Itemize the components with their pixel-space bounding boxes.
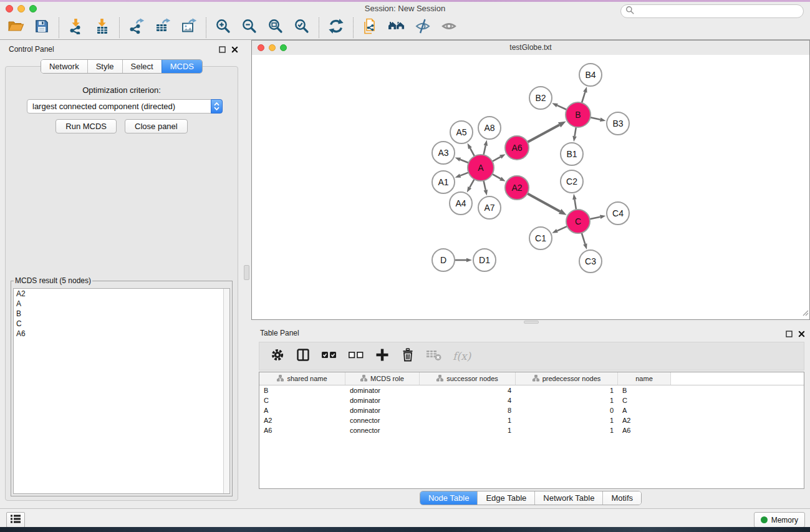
close-panel-icon[interactable] — [231, 44, 238, 56]
close-window-button[interactable] — [6, 5, 13, 12]
hide-annotations-button[interactable] — [410, 17, 436, 38]
mcds-result-list[interactable]: A2ABCA6 — [13, 288, 230, 494]
tab-mcds[interactable]: MCDS — [162, 60, 202, 73]
table-cell[interactable]: 1 — [420, 425, 516, 435]
column-header-shared-name[interactable]: shared name — [259, 372, 345, 385]
tab-edge-table[interactable]: Edge Table — [477, 491, 534, 505]
graph-node-C[interactable]: C — [566, 210, 590, 233]
graph-node-D1[interactable]: D1 — [473, 249, 496, 271]
table-cell[interactable]: A — [618, 405, 671, 415]
zoom-fit-button[interactable] — [263, 17, 289, 38]
horizontal-splitter-grip[interactable] — [524, 321, 539, 324]
table-cell[interactable]: dominator — [345, 385, 420, 395]
tab-node-table[interactable]: Node Table — [420, 491, 478, 505]
mcds-list-scrollbar[interactable] — [223, 289, 229, 493]
maximize-window-button[interactable] — [29, 5, 37, 12]
graph-node-A6[interactable]: A6 — [505, 136, 529, 160]
graph-edge-C-C4[interactable] — [589, 215, 606, 220]
minimize-window-button[interactable] — [17, 5, 25, 12]
select-all-button[interactable] — [321, 349, 337, 363]
graph-edge-A6-B[interactable] — [527, 121, 566, 142]
column-header-name[interactable]: name — [618, 372, 671, 385]
table-cell[interactable]: 4 — [420, 385, 516, 395]
graph-edge-A2-C[interactable] — [527, 193, 567, 215]
graph-edge-A-A3[interactable] — [455, 157, 470, 163]
column-header-successor-nodes[interactable]: successor nodes — [420, 372, 516, 385]
graph-node-A5[interactable]: A5 — [450, 121, 473, 143]
mcds-result-item[interactable]: C — [14, 319, 229, 329]
table-cell[interactable]: dominator — [345, 405, 420, 415]
close-panel-icon[interactable] — [798, 329, 805, 340]
mcds-result-item[interactable]: A — [14, 299, 229, 309]
delete-table-button[interactable] — [426, 348, 442, 364]
export-network-button[interactable] — [123, 17, 150, 38]
table-cell[interactable]: connector — [345, 415, 420, 425]
tab-network[interactable]: Network — [41, 60, 87, 73]
graph-node-A[interactable]: A — [468, 155, 494, 181]
graph-edge-B-B4[interactable] — [582, 87, 587, 104]
import-network-button[interactable] — [63, 17, 89, 38]
criterion-dropdown[interactable]: largest connected component (directed) — [27, 99, 223, 114]
task-history-button[interactable] — [6, 512, 25, 528]
mcds-result-item[interactable]: A2 — [14, 289, 229, 299]
graph-node-A2[interactable]: A2 — [505, 176, 529, 200]
network-minimize-button[interactable] — [269, 44, 276, 51]
table-cell[interactable]: 4 — [420, 395, 516, 405]
graph-node-C4[interactable]: C4 — [607, 202, 629, 225]
network-file-button[interactable] — [357, 17, 383, 38]
zoom-selected-button[interactable] — [289, 17, 315, 38]
table-cell[interactable]: dominator — [345, 395, 420, 405]
graph-node-A3[interactable]: A3 — [432, 142, 455, 164]
refresh-button[interactable] — [323, 17, 349, 38]
search-field[interactable] — [620, 4, 804, 18]
table-cell[interactable]: 8 — [420, 405, 516, 415]
resize-corner-icon[interactable] — [803, 307, 809, 319]
table-row[interactable]: A6connector11A6 — [259, 425, 804, 435]
table-cell[interactable]: 1 — [420, 415, 516, 425]
table-cell[interactable]: C — [618, 395, 671, 405]
graph-node-B4[interactable]: B4 — [579, 64, 602, 86]
table-cell[interactable]: A6 — [259, 425, 345, 435]
table-cell[interactable]: 1 — [516, 415, 618, 425]
mcds-result-item[interactable]: A6 — [14, 329, 229, 339]
table-row[interactable]: A2connector11A2 — [259, 415, 804, 425]
table-cell[interactable]: A2 — [259, 415, 345, 425]
add-button[interactable] — [375, 347, 390, 365]
close-panel-button[interactable]: Close panel — [125, 119, 188, 133]
table-cell[interactable]: A — [259, 405, 345, 415]
export-image-button[interactable] — [176, 17, 202, 38]
search-input[interactable] — [637, 6, 803, 17]
table-cell[interactable]: 1 — [516, 385, 618, 395]
graph-node-B3[interactable]: B3 — [607, 112, 629, 135]
node-table[interactable]: shared nameMCDS rolesuccessor nodesprede… — [259, 372, 804, 489]
tab-network-table[interactable]: Network Table — [534, 491, 602, 505]
column-header-MCDS-role[interactable]: MCDS role — [345, 372, 420, 385]
float-panel-icon[interactable] — [219, 44, 226, 56]
graph-node-A8[interactable]: A8 — [478, 117, 501, 139]
graph-edge-A-A2[interactable] — [492, 174, 506, 181]
gear-button[interactable] — [270, 347, 285, 365]
graph-edge-B-B1[interactable] — [572, 127, 577, 142]
graph-node-B1[interactable]: B1 — [561, 143, 583, 165]
graph-edge-C-C3[interactable] — [581, 232, 587, 249]
mcds-result-item[interactable]: B — [14, 309, 229, 319]
tab-select[interactable]: Select — [122, 60, 162, 73]
tab-motifs[interactable]: Motifs — [602, 491, 641, 505]
run-mcds-button[interactable]: Run MCDS — [55, 119, 117, 133]
graph-node-C2[interactable]: C2 — [561, 170, 583, 193]
import-table-button[interactable] — [89, 17, 115, 38]
graph-edge-C-C2[interactable] — [572, 194, 577, 210]
tab-style[interactable]: Style — [87, 60, 122, 73]
graph-edge-B-B2[interactable] — [552, 103, 567, 110]
graph-node-B[interactable]: B — [566, 102, 591, 127]
trash-button[interactable] — [400, 347, 415, 365]
table-row[interactable]: Adominator80A — [259, 405, 804, 415]
deselect-all-button[interactable] — [348, 349, 364, 363]
table-cell[interactable]: C — [259, 395, 345, 405]
columns-button[interactable] — [296, 347, 311, 365]
graph-node-C3[interactable]: C3 — [579, 250, 602, 273]
graph-edge-A-A6[interactable] — [492, 154, 506, 162]
table-cell[interactable]: B — [259, 385, 345, 395]
graph-edge-A-A1[interactable] — [455, 172, 470, 178]
show-annotations-button[interactable] — [436, 17, 462, 38]
